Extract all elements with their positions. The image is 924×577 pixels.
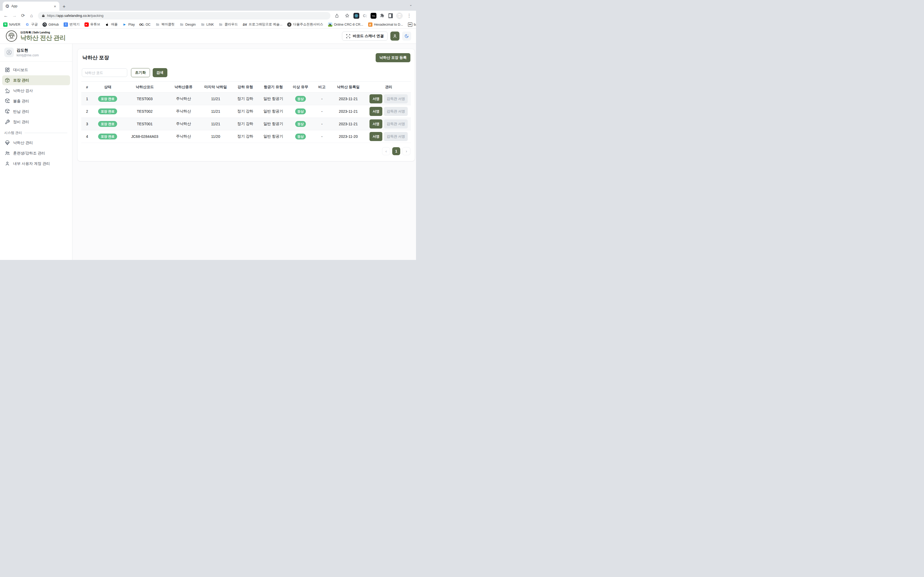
bookmark-folder-bookmarklet[interactable]: 북마클릿 bbox=[155, 22, 174, 27]
table-row: 4 포장 완료 JC68-02844A03 주낙하산 11/20 정기 강하 일… bbox=[81, 131, 411, 143]
bookmark-translator[interactable]: 文번역기 bbox=[64, 22, 80, 27]
status-badge: 포장 완료 bbox=[98, 134, 117, 139]
sidebar-item-issue[interactable]: 불출 관리 bbox=[2, 96, 70, 106]
crc-pixel-icon: ♞ bbox=[328, 23, 332, 27]
pagination-page-1[interactable]: 1 bbox=[392, 147, 400, 155]
sidebar-item-dashboard[interactable]: 대시보드 bbox=[2, 65, 70, 75]
bookmark-daul[interactable]: S다울주소전환서비스 bbox=[287, 22, 323, 27]
bookmark-star-icon[interactable] bbox=[343, 12, 351, 19]
naver-icon: N bbox=[3, 23, 8, 27]
package-icon bbox=[5, 78, 10, 83]
bookmark-oc[interactable]: OC-OC bbox=[140, 23, 150, 27]
bookmark-dx[interactable]: DX프로그래밍으로 예술... bbox=[243, 22, 282, 27]
supervisor-sign-button[interactable]: 감독관 서명 bbox=[384, 107, 408, 116]
cell-anomaly: 정상 bbox=[288, 93, 314, 105]
react-devtools-extension-icon[interactable] bbox=[354, 13, 359, 19]
sidebar-item-trainee-mgmt[interactable]: 훈련생/강하조 관리 bbox=[2, 148, 70, 158]
sign-button[interactable]: 서명 bbox=[370, 94, 382, 103]
bookmark-crc8[interactable]: ♞Online CRC-8 CR... bbox=[328, 23, 363, 27]
cell-note: - bbox=[313, 118, 330, 131]
parachute-code-input[interactable] bbox=[82, 68, 127, 77]
bookmark-github[interactable]: GitHub bbox=[42, 23, 59, 27]
bookmark-play[interactable]: ▶Play bbox=[123, 23, 135, 27]
cell-drop-type: 정기 강하 bbox=[231, 131, 259, 143]
bookmark-folder-link[interactable]: LINK bbox=[200, 23, 214, 27]
new-tab-button[interactable]: + bbox=[63, 4, 66, 9]
back-icon[interactable]: ← bbox=[2, 12, 10, 19]
cell-manage: 서명감독관 서명 bbox=[366, 105, 411, 118]
dark-mode-toggle[interactable] bbox=[402, 32, 411, 40]
bookmark-label: 번역기 bbox=[69, 22, 80, 27]
bookmark-naver[interactable]: NNAVER bbox=[3, 23, 20, 27]
tab-search-chevron-icon[interactable]: ⌄ bbox=[409, 3, 412, 7]
barcode-scanner-button[interactable]: 바코드 스캐너 연결 bbox=[342, 32, 388, 40]
cell-index: 3 bbox=[81, 118, 93, 131]
cell-aircraft: 일반 항공기 bbox=[259, 118, 288, 131]
pagination-next-icon[interactable]: › bbox=[402, 147, 410, 155]
cell-status: 포장 완료 bbox=[93, 93, 123, 105]
brand-title: 낙하산 전산 관리 bbox=[20, 34, 66, 41]
cell-index: 2 bbox=[81, 105, 93, 118]
sidebar-item-label: 불출 관리 bbox=[13, 99, 29, 104]
box-arrow-in-icon bbox=[5, 109, 10, 114]
reset-button[interactable]: 초기화 bbox=[131, 68, 150, 77]
sidebar-item-internal-accounts[interactable]: 내부 사용자 계정 관리 bbox=[2, 159, 70, 169]
bookmark-folder-desgin[interactable]: Desgin bbox=[179, 23, 196, 27]
bookmark-label: NAVER bbox=[9, 23, 20, 26]
sidebar-item-return[interactable]: 반납 관리 bbox=[2, 106, 70, 116]
browser-profile-avatar[interactable] bbox=[396, 13, 403, 19]
bookmark-base64[interactable]: 64base64.guru bbox=[408, 23, 416, 27]
sidebar-panel-icon[interactable] bbox=[388, 13, 394, 19]
bookmark-google[interactable]: G구글 bbox=[25, 22, 38, 27]
bookmark-folder-cloud[interactable]: 클라우드 bbox=[219, 22, 238, 27]
browser-tab[interactable]: 😋 App × bbox=[3, 2, 59, 11]
forward-icon[interactable]: → bbox=[11, 12, 18, 19]
cell-code: TEST003 bbox=[123, 93, 167, 105]
cell-kind: 주낙하산 bbox=[167, 118, 200, 131]
account-button[interactable] bbox=[390, 32, 399, 40]
supervisor-sign-button[interactable]: 감독관 서명 bbox=[384, 132, 408, 141]
extensions-puzzle-icon[interactable] bbox=[379, 13, 385, 19]
oc-text-icon: OC- bbox=[140, 23, 144, 27]
cell-code: TEST002 bbox=[123, 105, 167, 118]
sign-button[interactable]: 서명 bbox=[370, 107, 382, 116]
bookmark-youtube[interactable]: ▶유튜브 bbox=[84, 22, 100, 27]
address-bar[interactable]: https://app.safelanding.co.kr/packing bbox=[38, 12, 330, 19]
wappalyzer-extension-icon[interactable] bbox=[371, 13, 376, 19]
sidebar-item-label: 대시보드 bbox=[13, 68, 28, 73]
cell-last-drop: 11/21 bbox=[200, 118, 231, 131]
tab-close-icon[interactable]: × bbox=[53, 4, 57, 8]
sidebar-item-maintenance[interactable]: 정비 관리 bbox=[2, 117, 70, 127]
table-row: 3 포장 완료 TEST001 주낙하산 11/21 정기 강하 일반 항공기 … bbox=[81, 118, 411, 131]
sidebar-item-parachute-mgmt[interactable]: 낙하산 관리 bbox=[2, 138, 70, 148]
anomaly-badge: 정상 bbox=[295, 108, 306, 114]
register-packing-button[interactable]: 낙하산 포장 등록 bbox=[376, 53, 410, 62]
globe-icon: S bbox=[287, 23, 291, 27]
cell-note: - bbox=[313, 105, 330, 118]
search-button[interactable]: 검색 bbox=[153, 68, 167, 77]
google-icon: G bbox=[25, 23, 29, 27]
sidebar-item-label: 정비 관리 bbox=[13, 120, 29, 124]
col-index: # bbox=[81, 82, 93, 93]
sidebar-item-inspection[interactable]: 낙하산 검사 bbox=[2, 86, 70, 96]
cell-registered: 2023-11-20 bbox=[330, 131, 367, 143]
reload-icon[interactable]: ⟳ bbox=[19, 12, 27, 19]
supervisor-sign-button[interactable]: 감독관 서명 bbox=[384, 119, 408, 129]
home-icon[interactable]: ⌂ bbox=[28, 12, 35, 19]
bookmark-label: Online CRC-8 CR... bbox=[334, 23, 363, 26]
app-header: 안전착륙 | Safe Landing 낙하산 전산 관리 바코드 스캐너 연결 bbox=[0, 29, 416, 44]
supervisor-sign-button[interactable]: 감독관 서명 bbox=[384, 94, 408, 103]
anomaly-badge: 정상 bbox=[295, 96, 306, 102]
bookmark-apple[interactable]: 애플 bbox=[105, 22, 118, 27]
bookmark-hexadecimal[interactable]: RHexadecimal to D... bbox=[368, 23, 403, 27]
dashboard-icon bbox=[5, 67, 10, 73]
search-row: 초기화 검색 bbox=[81, 68, 411, 77]
cell-manage: 서명감독관 서명 bbox=[366, 118, 411, 131]
sign-button[interactable]: 서명 bbox=[370, 132, 382, 141]
sign-button[interactable]: 서명 bbox=[370, 119, 382, 129]
colorzilla-extension-icon[interactable]: C: bbox=[362, 13, 368, 19]
browser-menu-icon[interactable]: ⋮ bbox=[405, 12, 413, 19]
pagination-prev-icon[interactable]: ‹ bbox=[382, 147, 390, 155]
share-icon[interactable] bbox=[333, 12, 341, 19]
sidebar-item-packing[interactable]: 포장 관리 bbox=[2, 75, 70, 85]
